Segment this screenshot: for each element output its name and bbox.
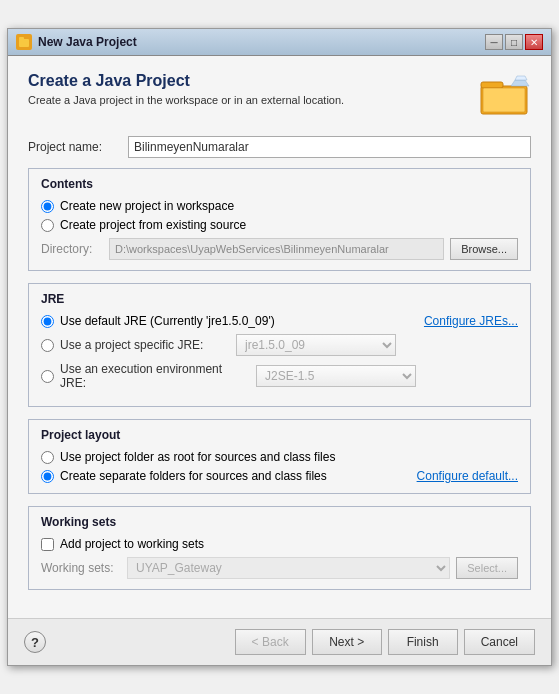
project-layout-legend: Project layout — [41, 428, 518, 442]
working-sets-checkbox-row: Add project to working sets — [41, 537, 518, 551]
dialog-window: New Java Project ─ □ ✕ Create a Java Pro… — [7, 28, 552, 666]
layout-radio2[interactable] — [41, 470, 54, 483]
configure-jres-link[interactable]: Configure JREs... — [424, 314, 518, 328]
footer-left: ? — [24, 631, 46, 653]
layout-radio1-label[interactable]: Use project folder as root for sources a… — [60, 450, 335, 464]
back-button[interactable]: < Back — [235, 629, 306, 655]
project-name-input[interactable] — [128, 136, 531, 158]
svg-marker-5 — [511, 80, 529, 86]
svg-rect-0 — [19, 39, 29, 47]
layout-radio1[interactable] — [41, 451, 54, 464]
layout-radio2-label[interactable]: Create separate folders for sources and … — [60, 469, 411, 483]
jre-legend: JRE — [41, 292, 518, 306]
jre-row1: Use default JRE (Currently 'jre1.5.0_09'… — [41, 314, 518, 328]
project-name-row: Project name: — [28, 136, 531, 158]
project-name-label: Project name: — [28, 140, 128, 154]
minimize-button[interactable]: ─ — [485, 34, 503, 50]
header-icon — [479, 72, 531, 120]
contents-radio2[interactable] — [41, 219, 54, 232]
title-bar: New Java Project ─ □ ✕ — [8, 29, 551, 56]
contents-radio1-label[interactable]: Create new project in workspace — [60, 199, 234, 213]
working-sets-section: Working sets Add project to working sets… — [28, 506, 531, 590]
header-text-area: Create a Java Project Create a Java proj… — [28, 72, 479, 106]
working-sets-legend: Working sets — [41, 515, 518, 529]
svg-rect-4 — [483, 88, 525, 112]
maximize-button[interactable]: □ — [505, 34, 523, 50]
contents-radio2-row: Create project from existing source — [41, 218, 518, 232]
window-controls: ─ □ ✕ — [485, 34, 543, 50]
svg-rect-3 — [481, 82, 503, 88]
browse-button[interactable]: Browse... — [450, 238, 518, 260]
cancel-button[interactable]: Cancel — [464, 629, 535, 655]
jre-select[interactable]: jre1.5.0_09 — [236, 334, 396, 356]
jre-radio1[interactable] — [41, 315, 54, 328]
contents-radio1-row: Create new project in workspace — [41, 199, 518, 213]
jre-section: JRE Use default JRE (Currently 'jre1.5.0… — [28, 283, 531, 407]
dialog-subtitle: Create a Java project in the workspace o… — [28, 94, 479, 106]
working-sets-label: Working sets: — [41, 561, 121, 575]
dialog-content: Create a Java Project Create a Java proj… — [8, 56, 551, 618]
jre-env-select[interactable]: J2SE-1.5 — [256, 365, 416, 387]
finish-button[interactable]: Finish — [388, 629, 458, 655]
footer-right: < Back Next > Finish Cancel — [235, 629, 535, 655]
dir-input — [109, 238, 444, 260]
working-sets-row: Working sets: UYAP_Gateway Select... — [41, 557, 518, 579]
select-button: Select... — [456, 557, 518, 579]
layout-radio2-row: Create separate folders for sources and … — [41, 469, 518, 483]
svg-rect-1 — [19, 37, 24, 40]
dir-label: Directory: — [41, 242, 103, 256]
contents-legend: Contents — [41, 177, 518, 191]
jre-radio2-label[interactable]: Use a project specific JRE: — [60, 338, 230, 352]
configure-default-link[interactable]: Configure default... — [417, 469, 518, 483]
contents-section: Contents Create new project in workspace… — [28, 168, 531, 271]
next-button[interactable]: Next > — [312, 629, 382, 655]
jre-radio3-label[interactable]: Use an execution environment JRE: — [60, 362, 250, 390]
window-icon — [16, 34, 32, 50]
dialog-title: Create a Java Project — [28, 72, 479, 90]
help-button[interactable]: ? — [24, 631, 46, 653]
layout-radio1-row: Use project folder as root for sources a… — [41, 450, 518, 464]
directory-row: Directory: Browse... — [41, 238, 518, 260]
working-sets-select: UYAP_Gateway — [127, 557, 450, 579]
svg-marker-6 — [515, 76, 527, 80]
jre-radio3[interactable] — [41, 370, 54, 383]
working-sets-checkbox-label[interactable]: Add project to working sets — [60, 537, 204, 551]
contents-radio2-label[interactable]: Create project from existing source — [60, 218, 246, 232]
jre-row3: Use an execution environment JRE: J2SE-1… — [41, 362, 518, 390]
project-layout-section: Project layout Use project folder as roo… — [28, 419, 531, 494]
contents-radio1[interactable] — [41, 200, 54, 213]
dialog-footer: ? < Back Next > Finish Cancel — [8, 618, 551, 665]
dialog-header: Create a Java Project Create a Java proj… — [28, 72, 531, 120]
jre-radio1-label: Use default JRE (Currently 'jre1.5.0_09'… — [60, 314, 424, 328]
title-bar-text: New Java Project — [38, 35, 479, 49]
jre-row2: Use a project specific JRE: jre1.5.0_09 — [41, 334, 518, 356]
close-button[interactable]: ✕ — [525, 34, 543, 50]
jre-radio2[interactable] — [41, 339, 54, 352]
working-sets-checkbox[interactable] — [41, 538, 54, 551]
